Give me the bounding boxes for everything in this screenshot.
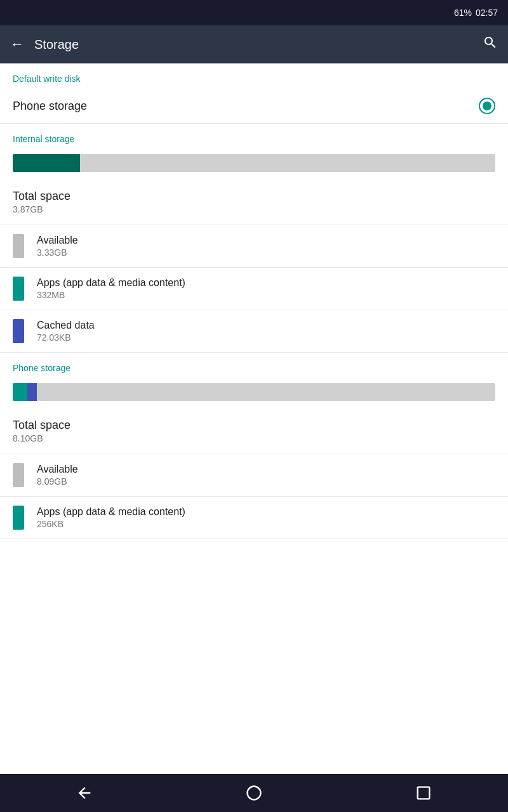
phone-storage-label: Phone storage <box>13 100 87 113</box>
phone-apps-value: 256KB <box>37 519 185 529</box>
bottom-nav <box>0 774 508 812</box>
phone-apps-label: Apps (app data & media content) <box>37 506 185 518</box>
phone-total-label: Total space <box>13 419 495 432</box>
internal-storage-bar-container <box>13 154 495 172</box>
nav-back-button[interactable] <box>65 774 104 812</box>
internal-available-value: 3.33GB <box>37 247 78 258</box>
status-bar: 61% 02:57 <box>0 0 508 25</box>
phone-total-value: 8.10GB <box>13 433 495 443</box>
main-content: Default write disk Phone storage Interna… <box>0 63 508 774</box>
svg-point-0 <box>247 787 260 800</box>
phone-storage-section-header: Phone storage <box>0 353 508 378</box>
internal-total-value: 3.87GB <box>13 204 495 214</box>
back-button[interactable]: ← <box>10 36 24 53</box>
phone-available-swatch <box>13 463 24 487</box>
phone-apps-swatch <box>13 506 24 530</box>
nav-home-button[interactable] <box>235 774 273 812</box>
search-icon[interactable] <box>483 35 498 54</box>
internal-available-item[interactable]: Available 3.33GB <box>0 225 508 268</box>
internal-apps-label: Apps (app data & media content) <box>37 277 185 289</box>
apps-swatch <box>13 277 24 301</box>
internal-cached-item[interactable]: Cached data 72.03KB <box>0 310 508 353</box>
phone-storage-item[interactable]: Phone storage <box>0 89 508 124</box>
phone-storage-bar <box>13 383 495 401</box>
internal-storage-header: Internal storage <box>0 124 508 149</box>
radio-inner <box>483 102 491 110</box>
internal-apps-value: 332MB <box>37 290 185 300</box>
page-title: Storage <box>34 37 483 52</box>
cached-swatch <box>13 319 24 343</box>
phone-bar-seg2 <box>27 383 37 401</box>
phone-bar-seg1 <box>13 383 27 401</box>
available-swatch <box>13 234 24 258</box>
phone-storage-bar-container <box>13 383 495 401</box>
internal-bar-used <box>13 154 80 172</box>
internal-total-label: Total space <box>13 190 495 203</box>
svg-rect-1 <box>417 787 429 799</box>
internal-apps-item[interactable]: Apps (app data & media content) 332MB <box>0 268 508 310</box>
phone-available-label: Available <box>37 464 78 475</box>
phone-available-value: 8.09GB <box>37 476 78 487</box>
internal-cached-value: 72.03KB <box>37 332 95 343</box>
clock: 02:57 <box>476 8 498 18</box>
status-icons: 61% 02:57 <box>454 8 498 18</box>
phone-available-item[interactable]: Available 8.09GB <box>0 454 508 497</box>
internal-storage-bar <box>13 154 495 172</box>
app-bar: ← Storage <box>0 25 508 63</box>
radio-button[interactable] <box>479 98 495 114</box>
internal-total-space: Total space 3.87GB <box>0 180 508 225</box>
internal-cached-label: Cached data <box>37 320 95 331</box>
default-write-disk-header: Default write disk <box>0 63 508 89</box>
nav-recents-button[interactable] <box>404 774 443 812</box>
phone-total-space: Total space 8.10GB <box>0 409 508 454</box>
internal-available-label: Available <box>37 235 78 246</box>
phone-apps-item[interactable]: Apps (app data & media content) 256KB <box>0 497 508 539</box>
battery-level: 61% <box>454 8 472 18</box>
